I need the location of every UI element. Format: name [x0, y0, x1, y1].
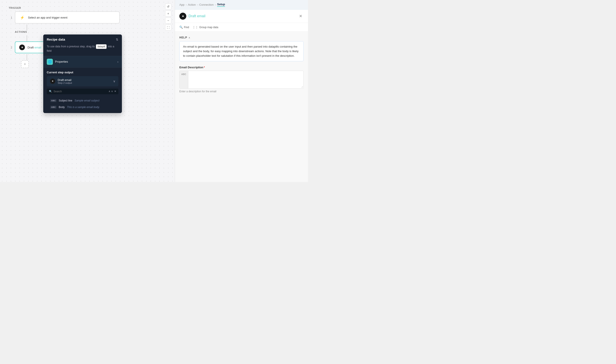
search-bar[interactable]: 🔍 ∧ ∨ ✕ [47, 89, 118, 94]
draft-email-info: Draft email Step 2 output [58, 78, 72, 84]
breadcrumb-arrow-3: → [214, 3, 217, 6]
output-item-subject[interactable]: ABC Subject line Sample email subject [47, 97, 118, 104]
email-description-hint: Enter a description for the email [179, 90, 304, 93]
panel-body: HELP ∧ An email is generated based on th… [175, 32, 308, 182]
breadcrumb: App → Action → Connection → Setup [175, 0, 308, 10]
required-indicator: * [204, 66, 205, 69]
trigger-icon: ⚡ [19, 14, 25, 21]
toolbar-row: 🔍 Find ⋮⋮ Group map data [175, 23, 308, 32]
actions-label: ACTIONS [15, 31, 166, 33]
connector-line-1 [27, 25, 27, 31]
connector-line-3 [27, 54, 27, 60]
recipe-data-popup: Recipe data ⇅ To use data from a previou… [43, 35, 122, 113]
chevron-down-icon: ∨ [113, 79, 115, 83]
find-icon: 🔍 [179, 26, 183, 29]
openai-icon-panel: ✦ [179, 13, 186, 20]
draft-email-title: Draft email [58, 78, 72, 82]
chevron-down-search-icon[interactable]: ∨ [111, 90, 113, 93]
breadcrumb-arrow-1: → [185, 3, 187, 6]
resize-handle: ⊿ [301, 86, 303, 88]
step-1-row: 1 ⚡ Select an app and trigger event [9, 11, 166, 24]
group-map-button[interactable]: ⋮⋮ Group map data [192, 25, 218, 30]
chevron-up-search-icon[interactable]: ∧ [109, 90, 110, 93]
output-item-body[interactable]: ABC Body This is a sample email body. [47, 104, 118, 110]
panel-title-left: ✦ Draft email [179, 13, 205, 20]
breadcrumb-app[interactable]: App [179, 3, 184, 6]
breadcrumb-action[interactable]: Action [188, 3, 196, 6]
search-controls: ∧ ∨ ✕ [109, 90, 116, 93]
action-step-label: Draft email [27, 46, 41, 49]
help-content: An email is generated based on the user … [183, 45, 299, 57]
abc-badge-2: ABC [50, 106, 56, 109]
search-input[interactable] [54, 90, 107, 93]
output-items: ABC Subject line Sample email subject AB… [47, 96, 118, 111]
item-value-subject: Sample email subject [74, 99, 99, 102]
draft-email-subtitle: Step 2 output [58, 82, 72, 84]
sort-icon[interactable]: ⇅ [116, 38, 118, 41]
group-map-icon: ⋮⋮ [192, 26, 198, 29]
draft-email-left: ✦ Draft email Step 2 output [50, 78, 72, 84]
current-step-title: Current step output [47, 71, 118, 74]
item-value-body: This is a sample email body. [67, 106, 100, 109]
breadcrumb-setup[interactable]: Setup [217, 3, 225, 7]
item-name-subject: Subject line [59, 99, 72, 102]
item-name-body: Body [59, 106, 65, 109]
properties-left: 🌐 Properties [47, 59, 68, 65]
panel-title-row: ✦ Draft email ✕ [175, 10, 308, 23]
input-abc-label: ABC [179, 71, 188, 88]
properties-label: Properties [55, 60, 68, 63]
email-description-section: Email Description* ABC ⊿ Enter a descrip… [179, 66, 304, 93]
breadcrumb-arrow-2: → [196, 3, 199, 6]
properties-row[interactable]: 🌐 Properties › [43, 56, 122, 67]
search-icon: 🔍 [49, 90, 52, 93]
clear-search-icon[interactable]: ✕ [114, 90, 116, 93]
breadcrumb-connection[interactable]: Connection [199, 3, 214, 6]
right-panel: App → Action → Connection → Setup ✦ Draf… [175, 0, 308, 182]
draft-email-row[interactable]: ✦ Draft email Step 2 output ∨ [47, 76, 118, 86]
help-section: HELP ∧ An email is generated based on th… [179, 36, 304, 61]
help-box: An email is generated based on the user … [179, 41, 304, 61]
step-1-number: 1 [9, 16, 12, 19]
recipe-title: Recipe data [47, 38, 65, 41]
properties-icon: 🌐 [47, 59, 53, 65]
datapill-badge: datapill [96, 44, 107, 49]
step-2-number: 2 [9, 46, 12, 49]
canvas-area: ↺ + − ⛶ TRIGGER 1 ⚡ Select an app and tr… [0, 0, 175, 182]
openai-icon-step2: ✦ [19, 44, 25, 50]
help-chevron-up-icon: ∧ [189, 37, 190, 39]
email-description-input-wrapper[interactable]: ABC ⊿ [179, 71, 304, 89]
connector-line-2 [27, 35, 27, 41]
recipe-subtext: To use data from a previous step, drag i… [43, 44, 122, 56]
close-button[interactable]: ✕ [298, 13, 304, 19]
help-label: HELP [179, 36, 187, 39]
recipe-header: Recipe data ⇅ [43, 35, 122, 44]
email-description-label: Email Description* [179, 66, 304, 69]
trigger-step-card[interactable]: ⚡ Select an app and trigger event [15, 11, 120, 24]
chevron-right-icon: › [117, 60, 118, 64]
abc-badge-1: ABC [50, 99, 56, 102]
find-button[interactable]: 🔍 Find [179, 25, 189, 30]
help-header[interactable]: HELP ∧ [179, 36, 304, 39]
panel-title: Draft email [189, 14, 205, 18]
trigger-label: TRIGGER [9, 7, 166, 9]
add-step-button[interactable]: + [21, 60, 29, 68]
current-step-section: Current step output ✦ Draft email Step 2… [43, 68, 122, 113]
email-description-textarea[interactable]: ⊿ [188, 71, 303, 88]
trigger-step-label: Select an app and trigger event [28, 16, 68, 19]
draft-email-icon: ✦ [50, 78, 55, 84]
